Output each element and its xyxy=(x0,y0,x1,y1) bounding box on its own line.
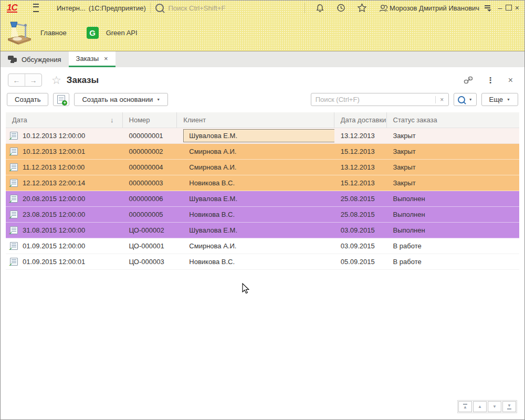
cell-client[interactable]: Смирнова А.И. xyxy=(177,161,334,174)
user-name[interactable]: Морозов Дмитрий Иванович xyxy=(390,4,479,12)
create-from-button[interactable]: Создать на основании▼ xyxy=(74,93,168,106)
more-actions-icon[interactable]: ⋮ xyxy=(487,76,495,85)
cell-delivery-date[interactable]: 25.08.2015 xyxy=(334,211,387,218)
close-form-button[interactable]: × xyxy=(508,76,513,85)
cell-number[interactable]: ЦО-000001 xyxy=(123,242,177,250)
table-row[interactable]: 31.08.2015 12:00:00 ЦО-000002 Шувалова Е… xyxy=(6,223,519,238)
section-main[interactable]: Главное xyxy=(6,20,67,45)
cell-date[interactable]: 11.12.2013 12:00:00 xyxy=(6,163,123,171)
cell-order-status[interactable]: Закрыт xyxy=(387,132,519,140)
advanced-search-button[interactable]: ▼ xyxy=(454,93,477,106)
previous-page-button[interactable]: ▲ xyxy=(473,401,487,412)
table-row[interactable]: 01.09.2015 12:00:00 ЦО-000001 Смирнова А… xyxy=(6,238,519,254)
cell-delivery-date[interactable]: 03.09.2015 xyxy=(334,226,387,234)
cell-number[interactable]: 000000004 xyxy=(123,163,177,171)
global-search[interactable] xyxy=(154,2,300,14)
cell-delivery-date[interactable]: 05.09.2015 xyxy=(334,258,387,266)
table-row[interactable]: 20.08.2015 12:00:00 000000006 Шувалова Е… xyxy=(6,191,519,207)
cell-client[interactable]: Шувалова Е.М. xyxy=(177,192,334,205)
clear-search-icon[interactable]: × xyxy=(435,96,448,103)
global-search-input[interactable] xyxy=(167,4,300,13)
column-header-delivery-date[interactable]: Дата доставки xyxy=(334,112,387,128)
table-row[interactable]: 01.09.2015 12:00:01 ЦО-000003 Новикова В… xyxy=(6,254,519,270)
cell-order-status[interactable]: В работе xyxy=(387,242,519,250)
app-title: Интерн... xyxy=(57,4,86,12)
cell-order-status[interactable]: Закрыт xyxy=(387,179,519,187)
go-last-button[interactable]: ▼ xyxy=(502,401,516,412)
tab-close-icon[interactable]: × xyxy=(104,55,108,62)
table-row[interactable]: 23.08.2015 12:00:00 000000005 Новикова В… xyxy=(6,207,519,223)
list-search-input[interactable] xyxy=(311,96,435,103)
titlebar: 1С Интерн... (1С:Предприятие) Морозов Дм… xyxy=(1,1,524,15)
cell-client[interactable]: Новикова В.С. xyxy=(177,255,334,268)
cell-date[interactable]: 23.08.2015 12:00:00 xyxy=(6,211,123,218)
cell-date[interactable]: 01.09.2015 12:00:00 xyxy=(6,242,123,250)
cell-date[interactable]: 10.12.2013 12:00:01 xyxy=(6,148,123,155)
go-first-button[interactable]: ▲ xyxy=(458,401,472,412)
cell-client[interactable]: Смирнова А.И. xyxy=(177,145,334,158)
history-icon[interactable] xyxy=(336,3,345,13)
column-header-number[interactable]: Номер xyxy=(123,112,177,128)
cell-order-status[interactable]: Выполнен xyxy=(387,195,519,203)
cell-date[interactable]: 20.08.2015 12:00:00 xyxy=(6,195,123,203)
cell-client[interactable]: Шувалова Е.М. xyxy=(177,129,334,142)
cell-date[interactable]: 31.08.2015 12:00:00 xyxy=(6,226,123,234)
column-header-client[interactable]: Клиент xyxy=(177,112,334,128)
cell-client[interactable]: Новикова В.С. xyxy=(177,176,334,190)
cell-delivery-date[interactable]: 13.12.2013 xyxy=(334,132,387,140)
cell-order-status[interactable]: Выполнен xyxy=(387,226,519,234)
cell-delivery-date[interactable]: 03.09.2015 xyxy=(334,242,387,250)
cell-number[interactable]: ЦО-000002 xyxy=(123,226,177,234)
cell-order-status[interactable]: В работе xyxy=(387,258,519,266)
cell-number[interactable]: 000000005 xyxy=(123,211,177,218)
copy-document-icon xyxy=(57,95,65,104)
cell-order-status[interactable]: Закрыт xyxy=(387,148,519,155)
cell-number[interactable]: 000000002 xyxy=(123,148,177,155)
tab-discussions[interactable]: Обсуждения xyxy=(1,51,69,67)
cell-date[interactable]: 01.09.2015 12:00:01 xyxy=(6,258,123,266)
cell-date[interactable]: 12.12.2013 22:00:14 xyxy=(6,179,123,187)
next-page-button[interactable]: ▼ xyxy=(488,401,501,412)
cell-client[interactable]: Смирнова А.И. xyxy=(177,239,334,253)
favorite-star-icon[interactable]: ☆ xyxy=(51,75,61,86)
minimize-button[interactable]: – xyxy=(496,4,504,12)
panel-settings-icon[interactable] xyxy=(485,5,490,11)
cell-client[interactable]: Шувалова Е.М. xyxy=(177,224,334,237)
back-button[interactable]: ← xyxy=(8,74,25,86)
close-window-button[interactable]: × xyxy=(513,4,521,12)
cell-order-status[interactable]: Выполнен xyxy=(387,211,519,218)
order-date: 01.09.2015 12:00:00 xyxy=(23,242,85,250)
cell-client[interactable]: Новикова В.С. xyxy=(177,208,334,221)
user-icon[interactable] xyxy=(379,4,388,13)
table-row[interactable]: 10.12.2013 12:00:00 000000001 Шувалова Е… xyxy=(6,128,519,144)
cell-number[interactable]: 000000001 xyxy=(123,132,177,140)
app-subtitle: (1С:Предприятие) xyxy=(89,4,146,12)
cell-number[interactable]: ЦО-000003 xyxy=(123,258,177,266)
order-date: 20.08.2015 12:00:00 xyxy=(23,195,85,203)
table-row[interactable]: 12.12.2013 22:00:14 000000003 Новикова В… xyxy=(6,175,519,191)
cell-delivery-date[interactable]: 15.12.2013 xyxy=(334,148,387,155)
order-date: 10.12.2013 12:00:00 xyxy=(23,132,85,140)
get-link-icon[interactable] xyxy=(464,76,473,85)
create-button[interactable]: Создать xyxy=(7,93,48,106)
cell-order-status[interactable]: Закрыт xyxy=(387,163,519,171)
copy-button[interactable] xyxy=(53,93,69,106)
cell-number[interactable]: 000000006 xyxy=(123,195,177,203)
cell-delivery-date[interactable]: 25.08.2015 xyxy=(334,195,387,203)
cell-number[interactable]: 000000003 xyxy=(123,179,177,187)
cell-delivery-date[interactable]: 13.12.2013 xyxy=(334,163,387,171)
table-row[interactable]: 11.12.2013 12:00:00 000000004 Смирнова А… xyxy=(6,160,519,175)
cell-delivery-date[interactable]: 15.12.2013 xyxy=(334,179,387,187)
notifications-bell-icon[interactable] xyxy=(316,4,324,13)
maximize-button[interactable] xyxy=(505,4,513,12)
section-green-api[interactable]: G Green API xyxy=(87,27,138,39)
main-menu-icon[interactable] xyxy=(33,4,39,12)
column-header-date[interactable]: Дата ↓ xyxy=(6,112,123,128)
favorites-star-icon[interactable] xyxy=(357,3,367,13)
forward-button[interactable]: → xyxy=(25,74,41,86)
table-row[interactable]: 10.12.2013 12:00:01 000000002 Смирнова А… xyxy=(6,144,519,160)
tab-orders[interactable]: Заказы × xyxy=(69,51,116,67)
cell-date[interactable]: 10.12.2013 12:00:00 xyxy=(6,132,123,140)
column-header-order-status[interactable]: Статус заказа xyxy=(387,112,519,128)
more-button[interactable]: Еще▼ xyxy=(481,93,518,106)
